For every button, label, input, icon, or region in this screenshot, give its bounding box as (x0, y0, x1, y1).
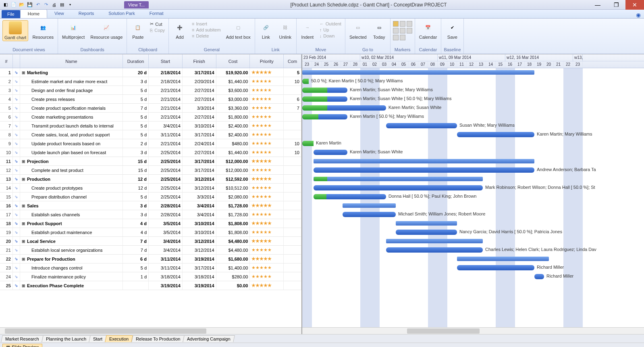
task-name-cell[interactable]: ▣Product Support (20, 219, 123, 228)
start-cell[interactable]: 2/21/2014 (149, 113, 183, 121)
sheet-tab-release-to-production[interactable]: Release To Production (131, 335, 185, 342)
duration-cell[interactable]: 6 d (123, 255, 149, 263)
gantt-bar[interactable] (386, 239, 483, 243)
complete-cell[interactable] (284, 86, 301, 94)
start-cell[interactable]: 3/11/2014 (149, 263, 183, 272)
cost-cell[interactable]: $12,592.00 (216, 175, 250, 183)
priority-cell[interactable]: ★★★★★ (250, 121, 284, 130)
task-row[interactable]: 23⇘Introduce changes control5 d3/11/2014… (0, 263, 301, 272)
start-cell[interactable]: 3/19/2014 (149, 281, 183, 290)
grid-body[interactable]: 1⇘▣Marketing20 d2/18/20143/17/2014$19,92… (0, 68, 301, 327)
finish-cell[interactable]: 3/17/2014 (183, 68, 216, 77)
print-icon[interactable]: 🖨 (51, 2, 57, 8)
minimize-button[interactable]: — (588, 0, 607, 10)
task-row[interactable]: 6⇘Create marketing presentations5 d2/21/… (0, 113, 301, 121)
finish-cell[interactable]: 3/18/2014 (183, 272, 216, 281)
marker-3[interactable] (407, 21, 412, 27)
menu-view[interactable]: View (47, 9, 71, 18)
gantt-bar[interactable] (314, 177, 483, 181)
duration-cell[interactable]: 5 d (123, 95, 149, 103)
priority-cell[interactable]: ★★★★★ (250, 104, 284, 112)
finish-cell[interactable]: 3/10/2014 (183, 121, 216, 130)
outline-toggle-icon[interactable]: ▣ (22, 257, 25, 261)
selected-button[interactable]: ▭ Selected (348, 20, 368, 40)
finish-cell[interactable]: 3/17/2014 (183, 263, 216, 272)
duration-cell[interactable]: 7 d (123, 237, 149, 245)
start-cell[interactable]: 2/18/2014 (149, 77, 183, 86)
outline-toggle-icon[interactable]: ▣ (22, 177, 25, 181)
maximize-button[interactable]: ❐ (607, 0, 625, 10)
task-name-cell[interactable]: Estimate market and make more exact (20, 77, 123, 86)
task-row[interactable]: 20⇘▣Local Service7 d3/4/20143/12/2014$4,… (0, 237, 301, 246)
gantt-bar[interactable]: Karen Martin; Mary Williams (457, 132, 534, 137)
cost-cell[interactable]: $0.00 (216, 281, 250, 290)
priority-cell[interactable]: ★★★★★ (250, 130, 284, 139)
gantt-chart-button[interactable]: Gantt chart (2, 20, 28, 41)
duration-cell[interactable]: 2 d (123, 139, 149, 148)
task-row[interactable]: 12⇘Complete and test product15 d2/25/201… (0, 166, 301, 175)
task-row[interactable]: 7⇘Transmit product launch details to int… (0, 121, 301, 130)
gantt-bar[interactable]: Nancy Garcia; David Harris [ 50.0 %]; Pa… (396, 230, 457, 235)
gantt-bar[interactable]: Mark Robinson; Robert Wilson; Donna Hall… (314, 185, 483, 190)
task-row[interactable]: 13⇘▣Production12 d2/25/20143/12/2014$12,… (0, 175, 301, 184)
link-button[interactable]: 🔗 Link (258, 20, 274, 40)
duration-cell[interactable]: 5 d (123, 86, 149, 94)
start-cell[interactable]: 2/28/2014 (149, 210, 183, 219)
multiproject-button[interactable]: 📊 Multiproject (60, 20, 86, 40)
paste-button[interactable]: 📋 Paste (129, 20, 146, 40)
finish-cell[interactable]: 3/17/2014 (183, 166, 216, 174)
priority-cell[interactable]: ★★★★★ (250, 77, 284, 86)
priority-cell[interactable]: ★★★★★ (250, 113, 284, 121)
finish-cell[interactable]: 2/27/2014 (183, 148, 216, 157)
complete-cell[interactable] (284, 246, 301, 254)
task-row[interactable]: 15⇘Prepare distribution channel5 d2/25/2… (0, 192, 301, 201)
start-cell[interactable]: 3/5/2014 (149, 219, 183, 228)
task-row[interactable]: 10⇘Update launch plan based on forecast3… (0, 148, 301, 157)
start-cell[interactable]: 3/5/2014 (149, 228, 183, 236)
gantt-bar[interactable]: 50.0 %]; Karen Martin [ 50.0 %]; Mary Wi… (302, 79, 309, 84)
start-cell[interactable]: 2/28/2014 (149, 201, 183, 210)
finish-cell[interactable]: 2/24/2014 (183, 139, 216, 148)
start-cell[interactable]: 3/4/2014 (149, 237, 183, 245)
down-button[interactable]: ↓Down (318, 33, 343, 39)
up-button[interactable]: ↑Up (318, 27, 343, 33)
cost-cell[interactable]: $2,400.00 (216, 130, 250, 139)
finish-cell[interactable]: 3/4/2014 (183, 210, 216, 219)
duration-cell[interactable]: 3 d (123, 77, 149, 86)
cost-cell[interactable]: $3,600.00 (216, 86, 250, 94)
qat-dropdown-icon[interactable]: ▾ (67, 2, 73, 8)
close-button[interactable]: ✕ (625, 0, 644, 10)
gantt-bar[interactable] (396, 221, 457, 226)
complete-cell[interactable] (284, 210, 301, 219)
start-cell[interactable]: 2/21/2014 (149, 95, 183, 103)
col-name[interactable]: Name (20, 54, 123, 68)
task-row[interactable]: 2⇘Estimate market and make more exact3 d… (0, 77, 301, 86)
start-cell[interactable]: 2/25/2014 (149, 175, 183, 183)
task-row[interactable]: 25⇘▣Execution Phase Complete3/19/20143/1… (0, 281, 301, 290)
finish-cell[interactable]: 3/10/2014 (183, 219, 216, 228)
task-name-cell[interactable]: Create product specification materials (20, 104, 123, 112)
resources-button[interactable]: 👥 Resources (31, 20, 55, 40)
complete-cell[interactable] (284, 219, 301, 228)
task-row[interactable]: 16⇘▣Sales3 d2/28/20143/4/2014$1,728.00★★… (0, 201, 301, 210)
print-preview-icon[interactable]: ▤ (59, 2, 65, 8)
marker-8[interactable] (400, 35, 405, 40)
cost-cell[interactable]: $1,800.00 (216, 113, 250, 121)
start-cell[interactable]: 3/4/2014 (149, 246, 183, 254)
cost-cell[interactable]: $2,400.00 (216, 121, 250, 130)
start-cell[interactable]: 3/18/2014 (149, 272, 183, 281)
start-cell[interactable]: 3/4/2014 (149, 121, 183, 130)
cost-cell[interactable]: $1,728.00 (216, 210, 250, 219)
task-name-cell[interactable]: ▣Projection (20, 157, 123, 165)
start-cell[interactable]: 2/25/2014 (149, 192, 183, 201)
menu-home[interactable]: Home (20, 9, 47, 18)
cost-cell[interactable]: $1,808.00 (216, 219, 250, 228)
cost-cell[interactable]: $12,000.00 (216, 166, 250, 174)
task-name-cell[interactable]: Create sales, local, and product support (20, 130, 123, 139)
task-name-cell[interactable]: Transmit product launch details to inter… (20, 121, 123, 130)
gantt-bar[interactable] (314, 159, 534, 163)
sheet-tab-planning-the-launch[interactable]: Planning the Launch (42, 335, 91, 342)
sheet-tab-execution[interactable]: Execution (105, 335, 133, 342)
resource-usage-button[interactable]: 📈 Resource usage (89, 20, 124, 40)
start-cell[interactable]: 3/11/2014 (149, 130, 183, 139)
